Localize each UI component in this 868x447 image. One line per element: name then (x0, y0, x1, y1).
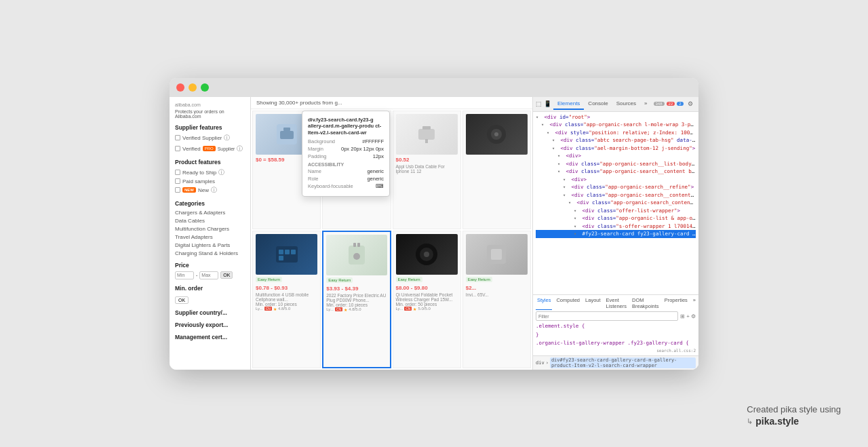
ready-to-ship-item[interactable]: Ready to Ship ⓘ (175, 168, 245, 177)
info-icon-2: ⓘ (237, 144, 243, 153)
svg-rect-14 (291, 250, 296, 254)
dom-line-6[interactable]: ▾ <div class="app-organic-search__list-b… (536, 160, 696, 168)
cat-digital[interactable]: Digital Lighters & Parts (175, 242, 245, 248)
price-max-input[interactable] (199, 271, 218, 279)
tab-event-listeners[interactable]: Event Listeners (605, 296, 628, 310)
tab-more[interactable]: » (640, 98, 651, 110)
dom-line-10[interactable]: ▾ <div class="app-organic-search__conten… (536, 191, 696, 199)
cat-cables[interactable]: Data Cables (175, 218, 245, 224)
verified-cb-2[interactable] (175, 146, 180, 151)
dom-line-13[interactable]: ▾ <div class="app-organic-list & app-org… (536, 214, 696, 222)
management-cert-title[interactable]: Management cert... (175, 334, 245, 341)
dom-line-7[interactable]: ▾ <div class="app-organic-search__conten… (536, 168, 696, 176)
filter-icon-2[interactable]: + (686, 313, 690, 319)
tooltip-padding-row: Padding 12px (308, 153, 384, 159)
info-icon-1: ⓘ (224, 134, 230, 142)
filter-icon-1[interactable]: ⊞ (680, 313, 685, 319)
devtools-breadcrumb: div › div#fy23-search-card-gallery-card-… (533, 355, 698, 370)
style-element-close: } (536, 331, 696, 339)
svg-rect-17 (353, 243, 356, 247)
supplier-country-title[interactable]: Supplier country/... (175, 309, 245, 316)
devtools-panel: ⬚ 📱 Elements Console Sources » (532, 97, 698, 370)
dom-line-11[interactable]: ▾ <div class="app-organic-search_content… (536, 199, 696, 207)
new-item[interactable]: NEW New ⓘ (175, 186, 245, 195)
price-ok-button[interactable]: OK (220, 271, 233, 279)
product-supplier-p7: Ly... CN ★ 5.0/5.0 (396, 307, 458, 311)
cat-chargers[interactable]: Chargers & Adapters (175, 210, 245, 216)
pika-logo[interactable]: pika.style (755, 416, 799, 427)
price-min-input[interactable] (175, 271, 194, 279)
device-icon[interactable]: 📱 (544, 99, 551, 109)
style-gallery-line: .organic-list-gallery-wrapper .fy23-gall… (536, 339, 696, 347)
dom-line-1[interactable]: ▾ <div class="app-organic-search l-mole-… (536, 121, 696, 129)
product-desc-p6: 2022 Factory Price Electric AU Plug PD30… (326, 293, 387, 303)
settings-icon[interactable]: ⚙ (686, 99, 695, 109)
paid-samples-cb[interactable] (175, 178, 180, 184)
ready-to-ship-cb[interactable] (175, 170, 180, 175)
product-moq-p7: Min. order: 50 pieces (396, 302, 458, 307)
price-separator: - (196, 273, 197, 277)
cat-travel[interactable]: Travel Adapters (175, 234, 245, 240)
tab-computed[interactable]: Computed (555, 296, 581, 310)
breadcrumb-selected[interactable]: div#fy23-search-card-gallery-card-m-gall… (550, 357, 696, 368)
tab-styles[interactable]: Styles (536, 296, 552, 310)
dom-line-12[interactable]: ▾ <div class="offer-list-wrapper"> (536, 207, 696, 215)
product-card-p6[interactable]: Easy Return $3.93 - $4.39 2022 Factory P… (322, 231, 391, 368)
filter-bar: ⊞ + ⚙ (536, 311, 696, 321)
breadcrumb-text: div (536, 360, 545, 366)
tab-sources[interactable]: Sources (612, 98, 640, 110)
browser-content: alibaba.com Protects your orders on Alib… (170, 97, 698, 370)
filter-icon-3[interactable]: ⚙ (691, 313, 696, 319)
dom-line-15-selected[interactable]: ▾ #fy23-search-card fy23-gallery-card m-… (536, 230, 696, 238)
previously-export-title[interactable]: Previously export... (175, 322, 245, 328)
styles-content: .element.style { } .organic-list-gallery… (536, 322, 696, 347)
tab-properties[interactable]: Properties (663, 296, 689, 310)
product-image-p7 (396, 234, 458, 275)
close-button[interactable] (176, 83, 184, 92)
cat-multifunction[interactable]: Multifunction Chargers (175, 226, 245, 232)
product-moq-p5: Min. order: 10 pieces (256, 302, 317, 307)
paid-samples-item[interactable]: Paid samples (175, 178, 245, 184)
maximize-button[interactable] (201, 83, 209, 92)
product-price-p5: $0.78 - $0.93 (256, 285, 317, 291)
cat-charging-stand[interactable]: Charging Stand & Holders (175, 250, 245, 256)
styles-filter-input[interactable] (536, 311, 678, 321)
product-image-p6 (326, 235, 387, 275)
product-card-p5[interactable]: Easy Return $0.78 - $0.93 Multifunction … (252, 231, 321, 368)
pika-line1: Created pika style using (747, 404, 841, 414)
product-card-p4[interactable] (462, 111, 531, 229)
dom-line-8[interactable]: ▾ <div> (536, 176, 696, 184)
overflow-icon[interactable]: ⋮ (696, 99, 698, 109)
product-supplier-p5: Ly... CN ★ 4.8/5.0 (256, 307, 317, 311)
categories-title: Categories (175, 200, 245, 207)
product-card-p8[interactable]: Easy Return $2... Invi... 65V... (462, 231, 531, 368)
product-card-p3[interactable]: $0.52 Appl Usb Data Cable For Iphone 11 … (393, 111, 461, 229)
devtools-dom-tree[interactable]: ▾ <div id="root"> ▾ <div class="app-orga… (533, 112, 698, 295)
price-title: Price (175, 262, 245, 269)
tab-more-bottom[interactable]: » (692, 296, 697, 310)
product-desc-p7: Qi Universal Foldable Pocket Wireless Ch… (396, 292, 458, 302)
tab-elements[interactable]: Elements (553, 98, 584, 110)
tab-dom-breakpoints[interactable]: DOM Breakpoints (631, 296, 660, 310)
dom-line-14[interactable]: ▾ <div class="s-offer-wrapper 1 l700146f… (536, 222, 696, 231)
min-order-ok-button[interactable]: OK (175, 296, 189, 304)
svg-rect-12 (279, 250, 283, 254)
dom-line-5[interactable]: ▾ <div> (536, 152, 696, 160)
verified-supplier-2[interactable]: Verified PRO Supplier ⓘ (175, 144, 245, 153)
dom-line-3[interactable]: ▾ <div class="abtc search-page-tab-hsg" … (536, 136, 696, 144)
minimize-button[interactable] (189, 83, 197, 92)
verified-cb-1[interactable] (175, 135, 180, 140)
dom-line-2[interactable]: ▾ <div style="position: relative; z-Inde… (536, 129, 696, 137)
dom-line-9[interactable]: ▾ <div class="app-organic-search__refine… (536, 183, 696, 191)
inspect-icon[interactable]: ⬚ (536, 99, 542, 109)
tab-layout[interactable]: Layout (584, 296, 602, 310)
verified-supplier-1[interactable]: Verified Supplier ⓘ (175, 134, 245, 142)
devtools-main-tabs: Elements Console Sources » (553, 98, 652, 110)
tab-console[interactable]: Console (584, 98, 612, 110)
product-card-p7[interactable]: Easy Return $8.00 - $9.80 Qi Universal F… (393, 231, 461, 368)
supplier-features-title: Supplier features (175, 124, 245, 131)
new-cb[interactable] (175, 187, 180, 193)
dom-line-4[interactable]: ▾ <div class="ael-margin-bottom-12 j-sen… (536, 144, 696, 153)
dom-line-0[interactable]: ▾ <div id="root"> (536, 113, 696, 121)
svg-point-22 (424, 252, 429, 257)
